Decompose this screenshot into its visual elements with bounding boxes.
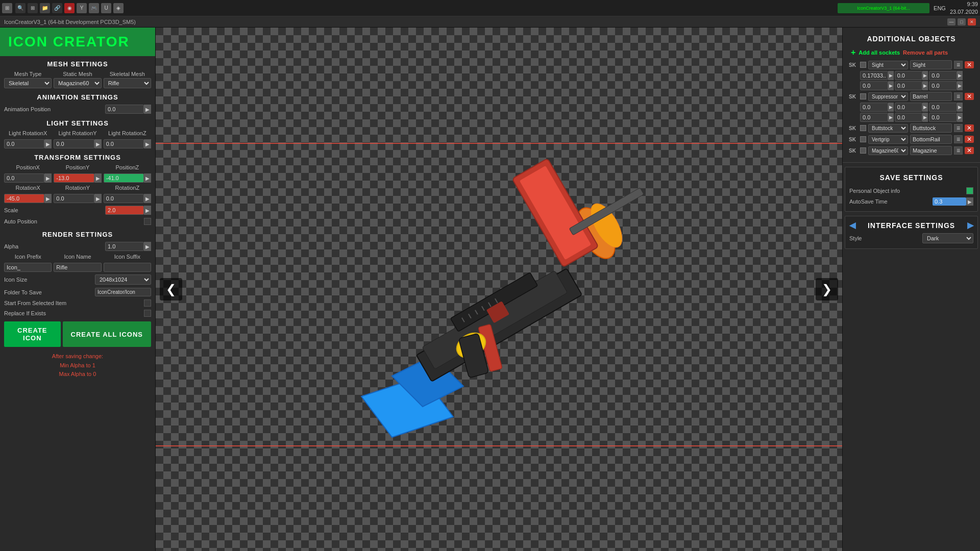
- icon-size-select[interactable]: 2048x1024: [95, 274, 151, 285]
- sight-val-x[interactable]: [860, 71, 888, 80]
- remove-all-parts-button[interactable]: Remove all parts: [903, 49, 948, 56]
- suppressor-close-button[interactable]: ✕: [965, 93, 974, 100]
- sight-value[interactable]: [910, 60, 952, 69]
- interface-nav-right[interactable]: ▶: [967, 220, 973, 230]
- taskbar-icon-4[interactable]: 🔗: [52, 3, 62, 13]
- roty-arrow[interactable]: ▶: [94, 194, 102, 203]
- replace-checkbox[interactable]: [144, 310, 151, 317]
- sk-checkbox-3[interactable]: [860, 125, 866, 131]
- light-rotz-input[interactable]: [104, 139, 144, 148]
- sk-checkbox-5[interactable]: [860, 147, 866, 154]
- light-roty-arrow[interactable]: ▶: [94, 139, 102, 148]
- sight-val-z[interactable]: [929, 71, 957, 80]
- rotz-input[interactable]: [104, 194, 144, 203]
- minimize-button[interactable]: —: [947, 18, 955, 26]
- posz-input[interactable]: [104, 173, 144, 183]
- supp-arr-x[interactable]: ▶: [888, 103, 894, 112]
- interface-nav-left[interactable]: ◀: [849, 220, 855, 230]
- posy-input[interactable]: [54, 173, 94, 183]
- posz-arrow[interactable]: ▶: [144, 173, 151, 183]
- sight-arr-y[interactable]: ▶: [922, 71, 928, 80]
- posx-input[interactable]: [4, 173, 44, 183]
- sight-arr-rz[interactable]: ▶: [957, 81, 963, 90]
- personal-obj-checkbox[interactable]: [966, 187, 973, 194]
- rotx-input[interactable]: [4, 194, 44, 203]
- supp-val-x[interactable]: [860, 103, 888, 112]
- mesh-type-select[interactable]: Skeletal: [4, 78, 52, 88]
- buttstock-menu-button[interactable]: ≡: [954, 124, 963, 132]
- sight-arr-ry[interactable]: ▶: [922, 81, 928, 90]
- start-button[interactable]: ⊞: [2, 3, 12, 13]
- vertgrip-select[interactable]: Vertgrip: [868, 135, 908, 144]
- supp-arr-ry[interactable]: ▶: [922, 113, 928, 122]
- sk-checkbox-2[interactable]: [860, 93, 866, 99]
- sight-val-rz[interactable]: [929, 81, 957, 90]
- magazine-value[interactable]: [910, 146, 952, 155]
- close-button[interactable]: ✕: [968, 18, 976, 26]
- scale-input[interactable]: [105, 206, 144, 215]
- rotx-arrow[interactable]: ▶: [44, 194, 52, 203]
- supp-arr-rz[interactable]: ▶: [957, 113, 963, 122]
- sight-arr-rx[interactable]: ▶: [888, 81, 894, 90]
- taskbar-icon-6[interactable]: Y: [77, 3, 87, 13]
- supp-val-z[interactable]: [929, 103, 957, 112]
- vertgrip-value[interactable]: [910, 135, 952, 144]
- taskbar-icon-1[interactable]: 🔍: [15, 3, 26, 13]
- static-mesh-select[interactable]: Magazine60: [54, 78, 101, 88]
- maximize-button[interactable]: □: [958, 18, 966, 26]
- supp-val-rx[interactable]: [860, 113, 888, 122]
- magazine-menu-button[interactable]: ≡: [954, 146, 963, 155]
- autosave-input[interactable]: [933, 197, 966, 206]
- animation-position-arrow[interactable]: ▶: [144, 105, 151, 114]
- light-rotz-arrow[interactable]: ▶: [144, 139, 151, 148]
- style-select[interactable]: Dark Light: [922, 233, 973, 243]
- supp-arr-y[interactable]: ▶: [922, 103, 928, 112]
- alpha-arrow[interactable]: ▶: [144, 242, 151, 251]
- posx-arrow[interactable]: ▶: [44, 173, 52, 183]
- taskbar-icon-3[interactable]: 📁: [40, 3, 50, 13]
- start-selected-checkbox[interactable]: [144, 299, 151, 307]
- magazine-select[interactable]: Magazine60: [868, 146, 908, 155]
- animation-position-input[interactable]: [105, 105, 144, 114]
- create-icon-button[interactable]: CREATE ICON: [4, 321, 61, 347]
- posy-arrow[interactable]: ▶: [94, 173, 102, 183]
- magazine-close-button[interactable]: ✕: [965, 147, 974, 154]
- sk-checkbox-1[interactable]: [860, 62, 866, 68]
- taskbar-icon-2[interactable]: ⊞: [28, 3, 38, 13]
- scale-arrow[interactable]: ▶: [144, 206, 151, 215]
- light-roty-input[interactable]: [54, 139, 94, 148]
- folder-input[interactable]: [95, 288, 151, 296]
- taskbar-icon-5[interactable]: ◉: [64, 3, 75, 13]
- suppressor-select[interactable]: Suppressor: [868, 92, 908, 101]
- sight-val-ry[interactable]: [895, 81, 923, 90]
- light-rotx-arrow[interactable]: ▶: [44, 139, 52, 148]
- vertgrip-close-button[interactable]: ✕: [965, 136, 974, 143]
- taskbar-icon-7[interactable]: 🎮: [89, 3, 99, 13]
- vertgrip-menu-button[interactable]: ≡: [954, 135, 963, 143]
- supp-val-ry[interactable]: [895, 113, 923, 122]
- buttstock-close-button[interactable]: ✕: [965, 124, 974, 132]
- rotz-arrow[interactable]: ▶: [144, 194, 151, 203]
- sight-select[interactable]: Sight: [868, 61, 908, 69]
- suppressor-value[interactable]: [910, 92, 952, 101]
- autopos-checkbox[interactable]: [144, 218, 151, 225]
- sight-val-rx[interactable]: [860, 81, 888, 90]
- supp-arr-z[interactable]: ▶: [957, 103, 963, 112]
- taskbar-icon-8[interactable]: U: [101, 3, 111, 13]
- light-rotx-input[interactable]: [4, 139, 44, 148]
- icon-suffix-input[interactable]: [104, 263, 151, 272]
- sight-arr-x[interactable]: ▶: [888, 71, 894, 80]
- sight-close-button[interactable]: ✕: [965, 61, 974, 68]
- sight-val-y[interactable]: [895, 71, 923, 80]
- buttstock-value[interactable]: [910, 123, 952, 133]
- supp-val-rz[interactable]: [929, 113, 957, 122]
- buttstock-select[interactable]: Buttstock: [868, 124, 908, 133]
- supp-arr-rx[interactable]: ▶: [888, 113, 894, 122]
- supp-val-y[interactable]: [895, 103, 923, 112]
- sk-checkbox-4[interactable]: [860, 136, 866, 142]
- viewport-nav-right[interactable]: ❯: [816, 278, 838, 300]
- icon-prefix-input[interactable]: [4, 263, 52, 272]
- create-all-icons-button[interactable]: CREATE ALL ICONS: [63, 321, 151, 347]
- add-all-sockets-button[interactable]: Add all sockets: [859, 49, 900, 56]
- suppressor-menu-button[interactable]: ≡: [954, 92, 963, 101]
